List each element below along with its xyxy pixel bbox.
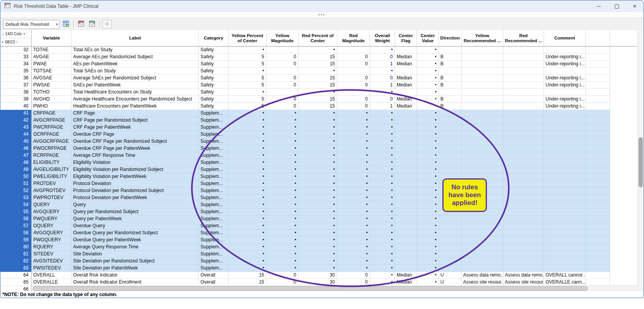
cell-yellow_pct[interactable]: 15 <box>229 272 267 279</box>
cell-direction[interactable] <box>439 187 462 194</box>
cell-red_mag[interactable]: • <box>337 124 370 131</box>
cell-label[interactable]: Overall Risk Indicator <box>72 272 199 279</box>
cell-red_mag[interactable]: • <box>337 110 370 117</box>
cell-label[interactable]: Protocol Deviation per PatientWeek <box>72 194 199 201</box>
apply-threshold-table-button[interactable] <box>87 20 97 29</box>
cell-yellow_mag[interactable]: 0 <box>267 75 299 82</box>
row-number[interactable]: 48 <box>0 159 32 166</box>
cell-yellow_mag[interactable]: • <box>267 187 299 194</box>
cell-yellow_mag[interactable]: 0 <box>267 61 299 68</box>
cell-red_pct[interactable]: • <box>299 117 337 124</box>
cell-variable[interactable]: AVGSITEDEV <box>32 258 72 265</box>
cell-yellow_rec[interactable] <box>462 166 503 173</box>
row-number[interactable]: 63 <box>0 265 32 272</box>
cell-red_pct[interactable]: • <box>299 166 337 173</box>
cell-category[interactable]: Supplem... <box>199 230 229 237</box>
cell-red_mag[interactable]: • <box>337 152 370 159</box>
cell-yellow_mag[interactable]: • <box>267 223 299 230</box>
cell-comment[interactable]: Under-reporting i... <box>544 96 586 103</box>
cell-yellow_mag[interactable]: 0 <box>267 54 299 61</box>
column-header-center_flag[interactable]: Center Flag <box>395 30 417 46</box>
cell-comment[interactable] <box>544 166 586 173</box>
cell-category[interactable]: Safety <box>199 47 229 54</box>
cell-yellow_rec[interactable] <box>462 124 503 131</box>
cell-red_rec[interactable]: Assess data remo... <box>503 272 544 279</box>
cell-center_flag[interactable] <box>395 124 417 131</box>
cell-label[interactable]: Average AEs per Randomized Subject <box>72 54 199 61</box>
cell-yellow_mag[interactable]: • <box>267 138 299 145</box>
cell-yellow_mag[interactable]: 0 <box>267 96 299 103</box>
cell-yellow_mag[interactable]: • <box>267 237 299 244</box>
cell-yellow_rec[interactable] <box>462 54 503 61</box>
cell-comment[interactable] <box>544 180 586 187</box>
cell-direction[interactable] <box>439 47 462 54</box>
row-number[interactable]: 54 <box>0 201 32 208</box>
cell-comment[interactable]: Under-reporting i... <box>544 75 586 82</box>
cell-yellow_rec[interactable] <box>462 131 503 138</box>
cell-comment[interactable] <box>544 89 586 96</box>
cell-red_pct[interactable]: • <box>299 265 337 272</box>
cell-direction[interactable] <box>439 152 462 159</box>
cell-variable[interactable]: TOTHO <box>32 89 72 96</box>
cell-red_rec[interactable] <box>503 194 544 201</box>
row-number[interactable]: 49 <box>0 166 32 173</box>
cell-yellow_rec[interactable] <box>462 75 503 82</box>
cell-center_flag[interactable] <box>395 138 417 145</box>
cell-center_value[interactable]: • <box>417 230 439 237</box>
cell-red_pct[interactable]: • <box>299 138 337 145</box>
row-number[interactable]: 43 <box>0 124 32 131</box>
cell-comment[interactable] <box>544 124 586 131</box>
cell-variable[interactable]: TOTAE <box>32 47 72 54</box>
cell-variable[interactable]: TOTSAE <box>32 68 72 75</box>
cell-red_rec[interactable] <box>503 230 544 237</box>
cell-center_flag[interactable] <box>395 110 417 117</box>
cell-red_rec[interactable] <box>503 145 544 152</box>
cell-red_rec[interactable] <box>503 166 544 173</box>
cell-red_rec[interactable] <box>503 89 544 96</box>
cell-red_rec[interactable] <box>503 265 544 272</box>
cell-center_flag[interactable]: Median <box>395 82 417 89</box>
cell-direction[interactable] <box>439 180 462 187</box>
cell-yellow_mag[interactable]: • <box>267 166 299 173</box>
cell-yellow_pct[interactable]: 5 <box>229 82 267 89</box>
row-number[interactable]: 52 <box>0 187 32 194</box>
cell-yellow_pct[interactable]: • <box>229 187 267 194</box>
cell-red_pct[interactable]: • <box>299 237 337 244</box>
cell-center_flag[interactable] <box>395 159 417 166</box>
delete-threshold-button[interactable] <box>102 20 112 29</box>
row-number[interactable]: 32 <box>0 47 32 54</box>
cell-overall_weight[interactable]: • <box>370 138 395 145</box>
cell-label[interactable]: Overdue Query per Randomized Subject <box>72 230 199 237</box>
cell-direction[interactable] <box>439 223 462 230</box>
cell-label[interactable]: Eligibility Violation <box>72 159 199 166</box>
cell-overall_weight[interactable]: • <box>370 258 395 265</box>
cell-direction[interactable] <box>439 208 462 216</box>
cell-center_value[interactable]: • <box>417 258 439 265</box>
cell-overall_weight[interactable]: • <box>370 194 395 201</box>
cell-category[interactable]: Supplem... <box>199 110 229 117</box>
cell-variable[interactable]: SITEDEV <box>32 251 72 258</box>
cell-category[interactable]: Safety <box>199 75 229 82</box>
cell-category[interactable]: Supplem... <box>199 223 229 230</box>
cell-center_flag[interactable] <box>395 223 417 230</box>
cell-variable[interactable]: PROTDEV <box>32 180 72 187</box>
toolbar-overflow-dots[interactable]: ••• <box>318 13 326 17</box>
cell-overall_weight[interactable]: • <box>370 180 395 187</box>
minimize-button[interactable] <box>590 0 608 12</box>
cell-red_mag[interactable]: 0 <box>337 61 370 68</box>
cell-category[interactable]: Supplem... <box>199 166 229 173</box>
cell-yellow_mag[interactable] <box>267 47 299 54</box>
cell-overall_weight[interactable]: 1 <box>370 82 395 89</box>
cell-yellow_rec[interactable] <box>462 180 503 187</box>
row-number[interactable]: 56 <box>0 216 32 223</box>
row-number[interactable]: 61 <box>0 251 32 258</box>
cell-red_pct[interactable]: • <box>299 145 337 152</box>
cell-red_pct[interactable]: • <box>299 216 337 223</box>
cell-red_pct[interactable]: • <box>299 201 337 208</box>
cell-center_value[interactable]: • <box>417 244 439 251</box>
cell-comment[interactable] <box>544 244 586 251</box>
cell-yellow_pct[interactable]: 5 <box>229 103 267 110</box>
cell-yellow_pct[interactable]: • <box>229 180 267 187</box>
horizontal-scrollbar-thumb[interactable] <box>33 286 588 291</box>
cell-center_value[interactable]: • <box>417 131 439 138</box>
